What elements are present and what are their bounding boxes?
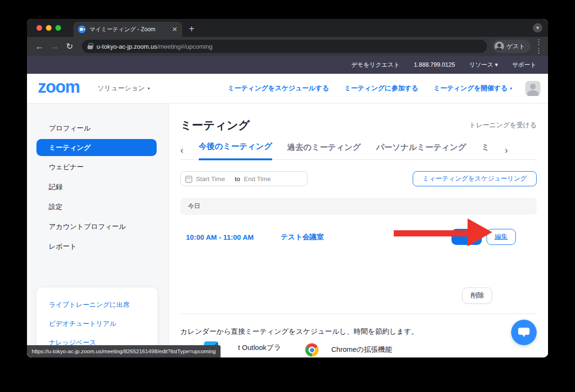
caret-down-icon: ▾ [510,86,512,91]
tab-personal-meetings[interactable]: パーソナルミーティング [376,142,466,159]
forward-button[interactable]: → [48,40,61,53]
zoom-favicon-icon [78,26,86,33]
lock-icon [88,43,93,50]
training-link[interactable]: トレーニングを受ける [469,121,537,130]
sidebar-item-profile[interactable]: プロフィール [27,118,168,138]
sidebar-item-recordings[interactable]: 記録 [27,177,168,197]
nav-join-meeting[interactable]: ミーティングに参加する [344,84,418,93]
guest-profile-badge[interactable]: ゲスト [493,40,531,53]
outlook-plugin-label[interactable]: t Outlookプラ [238,343,281,352]
reload-button[interactable]: ↻ [63,40,76,53]
promo-text: カレンダーから直接ミーティングをスケジュールし、時間を節約します。 [180,327,537,336]
meeting-topic-link[interactable]: テスト会議室 [281,233,324,242]
browser-toolbar: ← → ↻ u-tokyo-ac-jp.zoom.us/meeting#/upc… [27,37,548,56]
chat-widget-button[interactable] [511,320,537,345]
new-tab-button[interactable]: + [189,24,195,34]
guest-label: ゲスト [507,43,525,51]
guest-avatar-icon [495,42,504,51]
tab-truncated[interactable]: ミ [481,142,489,159]
nav-schedule-meeting[interactable]: ミーティングをスケジュールする [228,84,329,93]
address-bar[interactable]: u-tokyo-ac-jp.zoom.us/meeting#/upcoming [82,40,487,53]
tab-upcoming-meetings[interactable]: 今後のミーティング [199,141,272,160]
end-time-input[interactable] [244,175,279,183]
chrome-extension-label[interactable]: Chromeの拡張機能 [331,345,392,354]
tabs-next-chevron-icon[interactable]: › [504,145,508,159]
zoom-logo[interactable]: zoom [38,78,80,96]
nav-host-meeting[interactable]: ミーティングを開催する▾ [433,84,512,93]
sidebar-item-settings[interactable]: 設定 [27,197,168,217]
browser-tab[interactable]: マイミーティング - Zoom ✕ [73,22,182,37]
to-label: to [235,175,240,183]
sidebar: プロフィール ミーティング ウェビナー 記録 設定 アカウントプロフィール レポ… [27,104,169,357]
url-path: /meeting#/upcoming [157,43,212,50]
topbar-link-support[interactable]: サポート [512,61,536,69]
today-group-row: 今日 [180,198,537,215]
sidebar-item-reports[interactable]: レポート [27,236,168,256]
page-title: ミーティング [180,118,250,133]
caret-down-icon: ▾ [495,61,498,68]
zoom-web-portal: デモをリクエスト 1.888.799.0125 リソース ▾ サポート zoom… [27,56,548,357]
sidebar-item-meetings[interactable]: ミーティング [36,139,157,156]
status-bar-url: https://u-tokyo-ac-jp.zoom.us/meeting/82… [27,345,221,357]
sidebar-item-account-profile[interactable]: アカウントプロフィール [27,217,168,236]
tab-title: マイミーティング - Zoom [89,26,168,34]
traffic-lights [36,25,61,31]
topbar-phone-number: 1.888.799.0125 [414,61,455,68]
tabs-prev-chevron-icon[interactable]: ‹ [180,145,184,159]
tab-close-icon[interactable]: ✕ [172,26,177,33]
schedule-meeting-button[interactable]: ミィーティングをスケジューリング [413,171,537,186]
date-range-picker[interactable]: to [180,171,308,186]
zoom-header: zoom ソリューション ▾ ミーティングをスケジュールする ミーティングに参加… [27,74,548,104]
header-nav: ミーティングをスケジュールする ミーティングに参加する ミーティングを開催する▾ [228,84,512,93]
tab-previous-meetings[interactable]: 過去のミーティング [287,142,361,159]
promo-divider [180,314,537,314]
topbar-link-resources[interactable]: リソース ▾ [469,61,498,69]
browser-menu-kebab-icon[interactable]: ⋮⋮ [535,38,542,55]
today-label: 今日 [188,202,200,210]
calendar-icon [186,176,192,183]
zoom-window-button[interactable] [55,25,61,31]
close-window-button[interactable] [36,25,42,31]
header-avatar[interactable] [525,81,540,96]
tab-strip: マイミーティング - Zoom ✕ + ▼ [27,19,548,37]
browser-window: マイミーティング - Zoom ✕ + ▼ ← → ↻ u-tokyo-ac-j… [27,19,548,357]
help-link-live-training[interactable]: ライブトレーニングに出席 [49,301,158,309]
meeting-tabs: ‹ 今後のミーティング 過去のミーティング パーソナルミーティング ミ › [180,141,537,160]
url-text: u-tokyo-ac-jp.zoom.us/meeting#/upcoming [97,43,212,50]
red-arrow-annotation [391,217,495,250]
solutions-menu[interactable]: ソリューション ▾ [97,84,150,93]
sidebar-item-webinars[interactable]: ウェビナー [27,157,168,177]
url-host: u-tokyo-ac-jp.zoom.us [97,43,157,50]
zoom-topbar: デモをリクエスト 1.888.799.0125 リソース ▾ サポート [27,56,548,74]
tab-search-chevron-icon[interactable]: ▼ [533,23,542,33]
delete-meeting-button[interactable]: 削除 [462,287,492,304]
minimize-window-button[interactable] [46,25,52,31]
caret-down-icon: ▾ [148,86,150,91]
meeting-time: 10:00 AM - 11:00 AM [186,233,281,241]
start-time-input[interactable] [196,175,231,183]
help-link-video-tutorials[interactable]: ビデオチュートリアル [49,320,158,328]
chrome-extension-icon[interactable] [305,343,318,357]
topbar-link-request-demo[interactable]: デモをリクエスト [351,61,399,69]
back-button[interactable]: ← [33,40,46,53]
